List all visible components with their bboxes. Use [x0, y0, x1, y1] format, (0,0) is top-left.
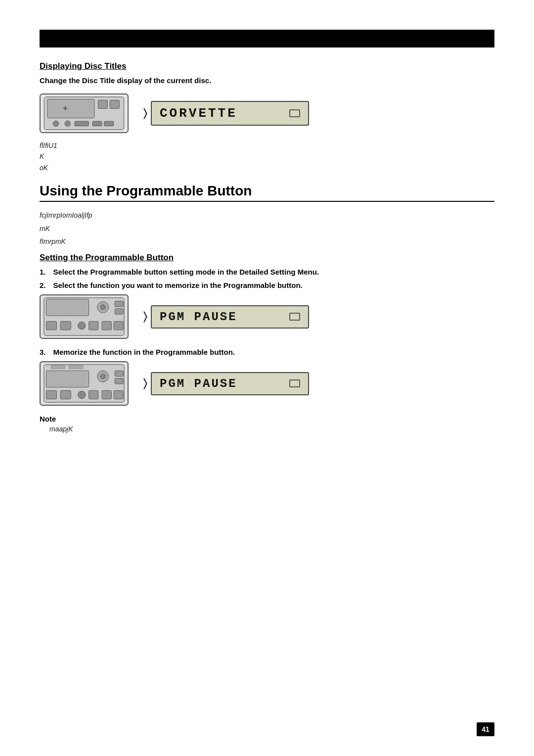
note-label: Note	[40, 415, 494, 423]
svg-rect-17	[60, 322, 71, 330]
svg-point-18	[78, 322, 86, 330]
svg-rect-14	[115, 301, 123, 307]
prog-caption-line2: mK	[40, 223, 494, 234]
lcd-text-corvette: CORVETTE	[160, 106, 237, 121]
svg-rect-24	[69, 365, 83, 369]
step3-text: 3. Memorize the function in the Programm…	[40, 348, 494, 356]
lcd-arrow-corvette: 〉	[143, 107, 147, 120]
svg-point-4	[53, 121, 58, 126]
svg-text:+: +	[63, 103, 68, 113]
svg-rect-6	[75, 121, 89, 126]
svg-rect-23	[51, 365, 65, 369]
svg-point-32	[78, 391, 86, 399]
pgm-step3-row: 〉 PGM PAUSE	[40, 361, 494, 406]
svg-point-27	[100, 374, 105, 379]
device-image-pgm2	[40, 361, 129, 406]
lcd-corner-icon-corvette	[289, 109, 300, 117]
lcd-corner-icon-pgm1	[289, 313, 300, 321]
disc-titles-subheading: Change the Disc Title display of the cur…	[40, 76, 494, 85]
svg-rect-25	[46, 371, 89, 387]
section-main-heading-bar: Using the Programmable Button	[40, 183, 494, 202]
subsection-heading: Setting the Programmable Button	[40, 253, 494, 263]
svg-point-5	[65, 121, 70, 126]
svg-rect-34	[102, 391, 111, 399]
svg-rect-15	[115, 309, 123, 314]
svg-rect-3	[110, 100, 119, 108]
svg-rect-16	[46, 322, 57, 330]
svg-point-13	[100, 305, 105, 310]
pgm-pause-display2: 〉 PGM PAUSE	[143, 372, 309, 395]
svg-rect-20	[102, 322, 111, 330]
note-section: Note maapjK	[40, 415, 494, 433]
lcd-text-pgm2: PGM PAUSE	[160, 377, 237, 390]
page-number: 41	[477, 722, 494, 736]
device-image-disc: +	[40, 94, 129, 133]
note-text: maapjK	[40, 425, 494, 433]
lcd-screen-corvette: CORVETTE	[151, 101, 309, 126]
pgm-step2-row: 〉 PGM PAUSE	[40, 294, 494, 339]
lcd-corner-icon-pgm2	[289, 379, 300, 387]
step2-text: 2. Select the function you want to memor…	[40, 281, 494, 289]
lcd-arrow-pgm1: 〉	[143, 310, 147, 323]
disc-titles-heading: Displaying Disc Titles	[40, 61, 494, 71]
lcd-screen-pgm1: PGM PAUSE	[151, 305, 309, 329]
svg-rect-7	[92, 121, 102, 126]
top-black-bar	[40, 30, 494, 47]
svg-rect-28	[115, 371, 123, 377]
step1-text: 1. Select the Programmable button settin…	[40, 268, 494, 276]
lcd-text-pgm1: PGM PAUSE	[160, 310, 237, 324]
disc-caption: flIfiU1 K oK	[40, 140, 494, 173]
svg-rect-35	[114, 391, 123, 399]
device-image-pgm1	[40, 294, 129, 339]
svg-rect-19	[89, 322, 98, 330]
svg-rect-31	[60, 391, 71, 399]
programmable-section: Using the Programmable Button fcjImrpIom…	[40, 183, 494, 433]
prog-caption-line1: fcjImrpIomIoaljIfp	[40, 210, 494, 221]
svg-rect-8	[104, 121, 114, 126]
svg-rect-30	[46, 391, 57, 399]
main-title: Using the Programmable Button	[40, 183, 252, 198]
pgm-pause-display1: 〉 PGM PAUSE	[143, 305, 309, 329]
disc-titles-device-row: + 〉 CORVETTE	[40, 94, 494, 133]
page-container: Displaying Disc Titles Change the Disc T…	[0, 0, 534, 756]
lcd-arrow-pgm2: 〉	[143, 377, 147, 390]
svg-rect-11	[46, 299, 89, 316]
disc-caption-line2: K	[40, 151, 494, 162]
disc-titles-section: Displaying Disc Titles Change the Disc T…	[40, 61, 494, 173]
svg-rect-2	[98, 100, 108, 108]
corvette-display: 〉 CORVETTE	[143, 101, 309, 126]
svg-rect-33	[89, 391, 98, 399]
svg-rect-21	[114, 322, 123, 330]
svg-rect-1	[47, 99, 94, 118]
prog-caption-line3: fImrpmK	[40, 236, 494, 247]
svg-rect-29	[115, 378, 123, 384]
disc-caption-line3: oK	[40, 162, 494, 173]
lcd-screen-pgm2: PGM PAUSE	[151, 372, 309, 395]
disc-caption-line1: flIfiU1	[40, 140, 494, 151]
